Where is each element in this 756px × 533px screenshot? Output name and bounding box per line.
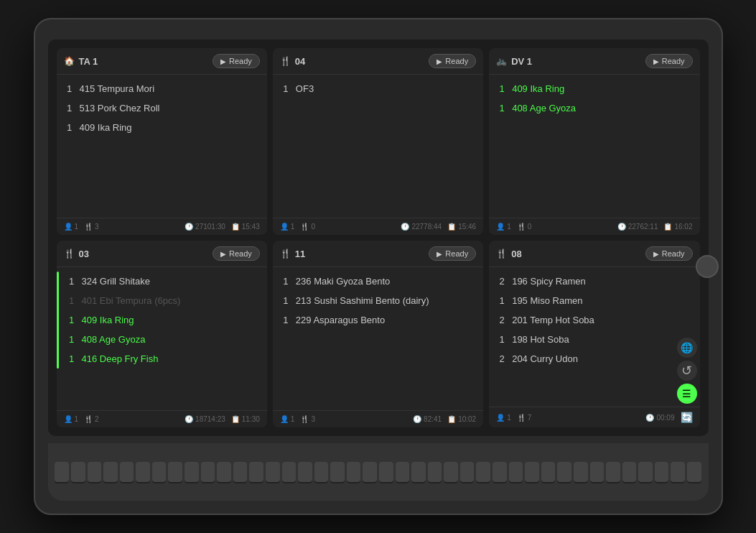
keyboard-key[interactable] bbox=[347, 462, 361, 482]
keyboard-key[interactable] bbox=[590, 462, 605, 482]
tablet-device: 🏠TA 1▶Ready1415 Tempura Mori1513 Pork Ch… bbox=[34, 18, 723, 515]
footer-stat: 👤1 bbox=[64, 415, 79, 423]
stat-icon: 🍴 bbox=[300, 223, 309, 231]
keyboard-key[interactable] bbox=[476, 462, 490, 482]
keyboard-key[interactable] bbox=[428, 462, 442, 482]
footer-stat: 👤1 bbox=[64, 223, 79, 231]
keyboard-key[interactable] bbox=[88, 462, 102, 482]
stat-icon: 🕐 bbox=[401, 223, 409, 231]
keyboard-key[interactable] bbox=[541, 462, 556, 482]
history-icon-btn[interactable]: ↺ bbox=[677, 361, 697, 381]
keyboard-key[interactable] bbox=[282, 462, 297, 482]
stat-val: 1 bbox=[291, 415, 295, 423]
ready-button-11[interactable]: ▶Ready bbox=[429, 246, 476, 261]
card-header-04: 🍴04▶Ready bbox=[273, 48, 483, 75]
keyboard-key[interactable] bbox=[120, 462, 134, 482]
keyboard-key[interactable] bbox=[687, 462, 701, 482]
footer-right: 🕐82:41📋10:02 bbox=[413, 415, 476, 423]
keyboard-key[interactable] bbox=[379, 462, 393, 482]
keyboard-key[interactable] bbox=[444, 462, 458, 482]
stat-val: 3 bbox=[95, 223, 99, 231]
ready-button-03[interactable]: ▶Ready bbox=[213, 246, 260, 261]
keyboard-key[interactable] bbox=[55, 462, 69, 482]
keyboard-key[interactable] bbox=[103, 462, 118, 482]
order-name: 409 Ika Ring bbox=[512, 83, 564, 94]
keyboard-key[interactable] bbox=[622, 462, 637, 482]
card-footer-11: 👤1🍴3🕐82:41📋10:02 bbox=[273, 410, 483, 427]
stat-val: 18714:23 bbox=[195, 415, 225, 423]
keyboard-key[interactable] bbox=[314, 462, 329, 482]
keyboard-key[interactable] bbox=[525, 462, 539, 482]
ready-label: Ready bbox=[445, 249, 468, 258]
order-qty: 2 bbox=[498, 315, 506, 325]
stat-val: 1 bbox=[507, 414, 511, 422]
keyboard-key[interactable] bbox=[185, 462, 199, 482]
footer-stat: 📋15:46 bbox=[447, 223, 476, 231]
home-button[interactable] bbox=[696, 255, 719, 278]
ready-button-dv1[interactable]: ▶Ready bbox=[645, 54, 693, 68]
stat-icon: 🍴 bbox=[517, 414, 526, 422]
keyboard-key[interactable] bbox=[168, 462, 182, 482]
order-item: 1415 Tempura Mori bbox=[57, 79, 267, 98]
order-name: 236 Maki Gyoza Bento bbox=[296, 276, 391, 287]
order-item: 2204 Curry Udon bbox=[489, 349, 676, 369]
keyboard-key[interactable] bbox=[152, 462, 167, 482]
keyboard-key[interactable] bbox=[460, 462, 475, 482]
keyboard-key[interactable] bbox=[606, 462, 620, 482]
keyboard-key[interactable] bbox=[330, 462, 345, 482]
card-icon-ta1: 🏠 bbox=[64, 56, 75, 66]
footer-left: 👤1🍴0 bbox=[280, 223, 315, 231]
keyboard-key[interactable] bbox=[396, 462, 410, 482]
card-title-08: 🍴08 bbox=[496, 249, 521, 259]
keyboard-key[interactable] bbox=[638, 462, 653, 482]
footer-right: 🕐18714:23📋11:30 bbox=[185, 415, 260, 423]
keyboard-key[interactable] bbox=[233, 462, 248, 482]
footer-left: 👤1🍴0 bbox=[496, 223, 531, 231]
keyboard-key[interactable] bbox=[509, 462, 523, 482]
list-icon-btn[interactable]: ☰ bbox=[677, 384, 697, 404]
keyboard-key[interactable] bbox=[71, 462, 85, 482]
card-icon-03: 🍴 bbox=[64, 249, 75, 259]
ready-button-08[interactable]: ▶Ready bbox=[645, 246, 693, 261]
refresh-icon[interactable]: 🔄 bbox=[681, 412, 693, 423]
keyboard-key[interactable] bbox=[557, 462, 571, 482]
keyboard-key[interactable] bbox=[249, 462, 263, 482]
footer-left: 👤1🍴3 bbox=[280, 415, 315, 423]
green-bar-wrapper: 1324 Grill Shitake1401 Ebi Tempura (6pcs… bbox=[57, 272, 267, 369]
keyboard-key[interactable] bbox=[655, 462, 669, 482]
card-title-text-11: 11 bbox=[295, 249, 305, 259]
keyboard-key[interactable] bbox=[201, 462, 215, 482]
ready-button-04[interactable]: ▶Ready bbox=[429, 54, 476, 68]
card-icon-dv1: 🚲 bbox=[496, 56, 507, 66]
card-title-04: 🍴04 bbox=[280, 56, 305, 67]
card-title-03: 🍴03 bbox=[64, 249, 89, 259]
order-name: 513 Pork Chez Roll bbox=[80, 103, 160, 113]
footer-stat: 👤1 bbox=[496, 223, 511, 231]
order-qty: 1 bbox=[67, 353, 76, 364]
stat-val: 16:02 bbox=[674, 223, 692, 231]
card-icon-08: 🍴 bbox=[496, 249, 507, 259]
keyboard-key[interactable] bbox=[136, 462, 150, 482]
keyboard-key[interactable] bbox=[217, 462, 231, 482]
keyboard-key[interactable] bbox=[493, 462, 507, 482]
globe-icon-btn[interactable]: 🌐 bbox=[677, 338, 697, 358]
footer-stat: 🍴3 bbox=[84, 223, 99, 231]
keyboard-key[interactable] bbox=[411, 462, 426, 482]
stat-icon: 📋 bbox=[231, 223, 240, 231]
keyboard-key[interactable] bbox=[574, 462, 588, 482]
ready-button-ta1[interactable]: ▶Ready bbox=[213, 54, 260, 68]
card-title-dv1: 🚲DV 1 bbox=[496, 56, 532, 67]
order-qty: 1 bbox=[67, 315, 76, 325]
keyboard-key[interactable] bbox=[298, 462, 312, 482]
card-title-ta1: 🏠TA 1 bbox=[64, 56, 98, 67]
order-qty: 1 bbox=[281, 276, 290, 287]
keyboard-key[interactable] bbox=[266, 462, 280, 482]
order-name: 409 Ika Ring bbox=[82, 315, 134, 325]
keyboard-key[interactable] bbox=[671, 462, 685, 482]
stat-icon: 🍴 bbox=[517, 223, 526, 231]
card-body-row-11: 1236 Maki Gyoza Bento1213 Sushi Sashimi … bbox=[273, 267, 483, 410]
keyboard-key[interactable] bbox=[363, 462, 377, 482]
order-qty: 1 bbox=[281, 83, 290, 94]
footer-stat: 🍴0 bbox=[517, 223, 532, 231]
order-item: 2196 Spicy Ramen bbox=[489, 272, 676, 291]
